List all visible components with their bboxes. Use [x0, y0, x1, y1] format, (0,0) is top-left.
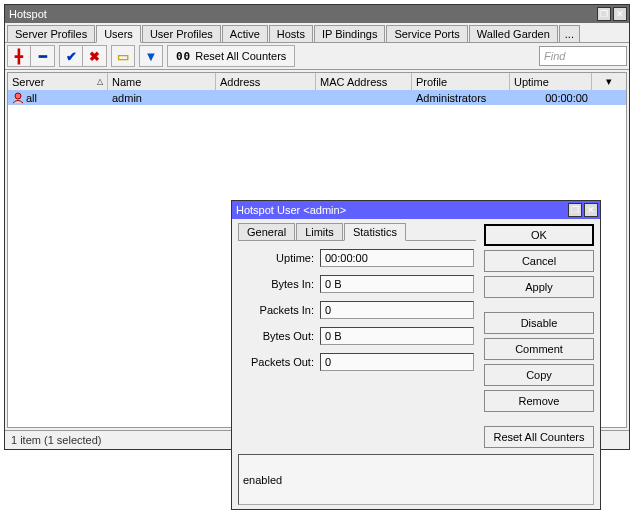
statistics-panel: Uptime: 00:00:00 Bytes In: 0 B Packets I…: [238, 245, 476, 383]
tab-more[interactable]: ...: [559, 25, 580, 42]
enable-button[interactable]: ✔: [59, 45, 83, 67]
main-tabs: Server Profiles Users User Profiles Acti…: [5, 23, 629, 43]
counter-icon: 00: [176, 50, 191, 63]
main-close-button[interactable]: ✕: [613, 7, 627, 21]
disable-button[interactable]: ✖: [83, 45, 107, 67]
uptime-field[interactable]: 00:00:00: [320, 249, 474, 267]
x-icon: ✖: [89, 49, 100, 64]
minus-icon: ━: [39, 49, 47, 64]
col-mac[interactable]: MAC Address: [316, 73, 412, 90]
tab-active[interactable]: Active: [222, 25, 268, 42]
col-name[interactable]: Name: [108, 73, 216, 90]
main-titlebar[interactable]: Hotspot ❐ ✕: [5, 5, 629, 23]
tab-statistics[interactable]: Statistics: [344, 223, 406, 241]
tab-users[interactable]: Users: [96, 25, 141, 43]
reset-counters-button[interactable]: 00 Reset All Counters: [167, 45, 295, 67]
tab-service-ports[interactable]: Service Ports: [386, 25, 467, 42]
ok-button[interactable]: OK: [484, 224, 594, 246]
tab-hosts[interactable]: Hosts: [269, 25, 313, 42]
svg-point-0: [15, 93, 21, 99]
find-placeholder: Find: [544, 50, 565, 62]
apply-button[interactable]: Apply: [484, 276, 594, 298]
tab-ip-bindings[interactable]: IP Bindings: [314, 25, 385, 42]
main-toolbar: ╋ ━ ✔ ✖ ▭ ▼ 00 Reset All Counters Find: [5, 43, 629, 70]
tab-user-profiles[interactable]: User Profiles: [142, 25, 221, 42]
col-uptime[interactable]: Uptime: [510, 73, 592, 90]
funnel-icon: ▼: [145, 49, 158, 64]
user-icon: [12, 92, 24, 104]
tab-limits[interactable]: Limits: [296, 223, 343, 240]
sub-close-button[interactable]: ✕: [584, 203, 598, 217]
copy-button[interactable]: Copy: [484, 364, 594, 386]
cell-mac: [316, 90, 412, 105]
chevron-down-icon: ▾: [606, 75, 612, 88]
tab-general[interactable]: General: [238, 223, 295, 240]
sub-body: General Limits Statistics Uptime: 00:00:…: [232, 219, 600, 509]
sub-window-title: Hotspot User <admin>: [236, 204, 566, 216]
remove-button-sub[interactable]: Remove: [484, 390, 594, 412]
disable-button[interactable]: Disable: [484, 312, 594, 334]
uptime-label: Uptime:: [240, 252, 320, 264]
find-input[interactable]: Find: [539, 46, 627, 66]
col-profile[interactable]: Profile: [412, 73, 510, 90]
note-icon: ▭: [117, 49, 129, 64]
main-window-title: Hotspot: [9, 8, 595, 20]
col-menu-button[interactable]: ▾: [592, 73, 626, 90]
packets-out-field[interactable]: 0: [320, 353, 474, 371]
reset-counters-label: Reset All Counters: [195, 50, 286, 62]
left-pane: General Limits Statistics Uptime: 00:00:…: [238, 223, 476, 448]
comment-button-sub[interactable]: Comment: [484, 338, 594, 360]
bytes-in-field[interactable]: 0 B: [320, 275, 474, 293]
cell-uptime: 00:00:00: [510, 90, 592, 105]
packets-in-label: Packets In:: [240, 304, 320, 316]
hotspot-user-window: Hotspot User <admin> ❐ ✕ General Limits …: [231, 200, 601, 510]
grid-header: Server△ Name Address MAC Address Profile…: [8, 73, 626, 90]
add-button[interactable]: ╋: [7, 45, 31, 67]
remove-button[interactable]: ━: [31, 45, 55, 67]
packets-out-label: Packets Out:: [240, 356, 320, 368]
cell-profile: Administrators: [412, 90, 510, 105]
filter-button[interactable]: ▼: [139, 45, 163, 67]
bytes-out-label: Bytes Out:: [240, 330, 320, 342]
cancel-button[interactable]: Cancel: [484, 250, 594, 272]
sub-status-bar: enabled: [238, 454, 594, 505]
col-address[interactable]: Address: [216, 73, 316, 90]
main-restore-button[interactable]: ❐: [597, 7, 611, 21]
plus-icon: ╋: [15, 49, 23, 64]
sub-restore-button[interactable]: ❐: [568, 203, 582, 217]
tab-server-profiles[interactable]: Server Profiles: [7, 25, 95, 42]
comment-button[interactable]: ▭: [111, 45, 135, 67]
sort-indicator-icon: △: [97, 77, 103, 86]
check-icon: ✔: [66, 49, 77, 64]
packets-in-field[interactable]: 0: [320, 301, 474, 319]
bytes-in-label: Bytes In:: [240, 278, 320, 290]
sub-tabs: General Limits Statistics: [238, 223, 476, 241]
tab-walled-garden[interactable]: Walled Garden: [469, 25, 558, 42]
cell-server: all: [8, 90, 108, 105]
sub-titlebar[interactable]: Hotspot User <admin> ❐ ✕: [232, 201, 600, 219]
cell-name: admin: [108, 90, 216, 105]
button-column: OK Cancel Apply Disable Comment Copy Rem…: [484, 223, 594, 448]
col-server[interactable]: Server△: [8, 73, 108, 90]
bytes-out-field[interactable]: 0 B: [320, 327, 474, 345]
table-row[interactable]: all admin Administrators 00:00:00: [8, 90, 626, 105]
reset-all-counters-button[interactable]: Reset All Counters: [484, 426, 594, 448]
cell-address: [216, 90, 316, 105]
